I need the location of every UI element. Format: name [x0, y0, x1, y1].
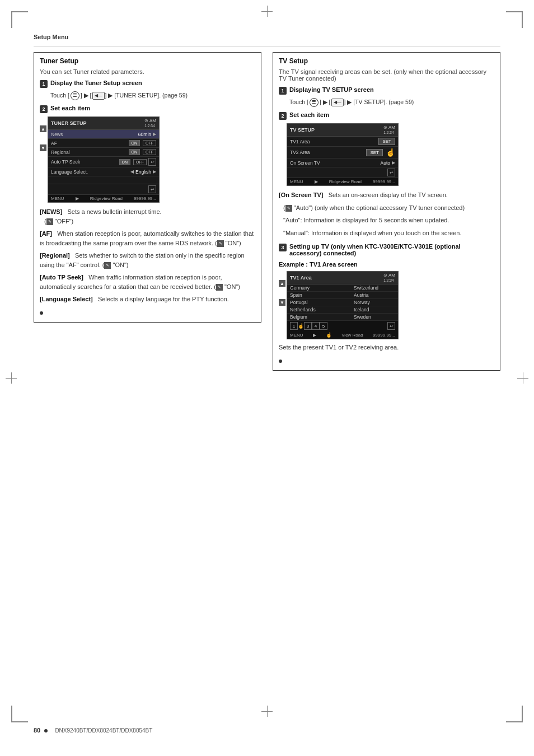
tv1-set-btn[interactable]: SET: [378, 138, 395, 145]
tv1area-col2-row3: Norway: [354, 300, 395, 305]
news-value: 60min ▶: [138, 132, 156, 137]
tv-screen-container: TV SETUP ⊙ AM1:2:34 TV1 Area SET T: [279, 123, 494, 186]
tv-screen-header: TV SETUP ⊙ AM1:2:34: [287, 124, 398, 137]
tv-setup-box: TV Setup The TV signal receiving areas c…: [273, 52, 500, 371]
regional-value: ON OFF: [128, 149, 157, 155]
tv1area-col1-row5: Belgium: [290, 314, 331, 320]
tv-step1-desc: Touch [☰] ▶ [◀—] ▶ [TV SETUP]. (page 59): [289, 98, 494, 107]
tv2area-label: TV2 Area: [290, 150, 310, 155]
tv1area-page-row: 1 ☝ 3 4 5 ↩: [287, 321, 398, 331]
tv-step1-heading: Displaying TV SETUP screen: [289, 86, 374, 93]
screen-row-language: Language Select. ◀ English ▶: [48, 167, 159, 176]
tv-bracket-icon: ◀—: [331, 99, 344, 106]
autotpseek-item-name: [Auto TP Seek]: [40, 274, 83, 281]
tv1area-example-desc: Sets the present TV1 or TV2 receiving ar…: [279, 343, 494, 352]
page-btn-3[interactable]: 3: [304, 322, 312, 330]
scroll-up-btn[interactable]: ▲: [40, 125, 46, 132]
tv-nav-num-label: 99999.99...: [373, 179, 395, 184]
tv-screen-icons: ⊙ AM1:2:34: [383, 125, 395, 135]
tuner-setup-subtitle: You can set Tuner related parameters.: [40, 68, 255, 75]
menu-icon: ☰: [71, 91, 79, 100]
tv-screen-empty: ↩: [287, 167, 398, 178]
nav-menu-label: MENU: [51, 196, 64, 201]
tuner-screen-container: ▲ ▼ TUNER SETUP ⊙ AM1:2:34 News 60min ▶: [40, 116, 255, 203]
af-off-btn[interactable]: OFF: [143, 140, 156, 146]
tv-example-label: Example : TV1 Area screen: [279, 261, 494, 268]
back-btn-1[interactable]: ↩: [148, 158, 156, 166]
tuner-step1-heading: Display the Tuner Setup screen: [50, 80, 142, 86]
tv1area-col2-row5: Sweden: [354, 314, 395, 320]
tv-step2: 2 Set each item: [279, 111, 494, 120]
tv1area-row-2: Spain Austria: [287, 292, 398, 299]
language-item-desc: [Language Select] Selects a display lang…: [40, 295, 255, 304]
screen-row-onscreentv: On Screen TV Auto ▶: [287, 158, 398, 167]
pencil-icon-af: ✎: [217, 240, 224, 247]
tv-back-btn[interactable]: ↩: [387, 169, 395, 176]
tv-step1: 1 Displaying TV SETUP screen: [279, 86, 494, 95]
pencil-icon-regional: ✎: [104, 262, 111, 269]
tuner-screen-header: TUNER SETUP ⊙ AM1:2:34: [48, 117, 159, 130]
nav-arrow-icon: ▶: [76, 196, 79, 201]
scroll-down-btn[interactable]: ▼: [40, 144, 46, 151]
tuner-setup-column: Tuner Setup You can set Tuner related pa…: [34, 52, 261, 377]
tv1area-nav-num: 99999.99...: [373, 333, 395, 338]
tuner-step1: 1 Display the Tuner Setup screen: [40, 80, 255, 88]
tv1area-row-4: Netherlands Iceland: [287, 306, 398, 314]
autotpseek-on-btn[interactable]: ON: [119, 159, 131, 165]
screen-row-tv1area: TV1 Area SET: [287, 137, 398, 147]
tv1area-scroll-down[interactable]: ▼: [279, 299, 285, 306]
lang-left-arrow[interactable]: ◀: [130, 169, 134, 174]
pencil-icon-autotpseek: ✎: [216, 284, 223, 291]
bullet-icon-tuner: [40, 311, 43, 315]
tv1area-scroll-arrows: ▲ ▼: [279, 280, 285, 306]
onscreentv-desc-block: [On Screen TV] Sets an on-screen display…: [279, 190, 494, 237]
regional-item-desc: [Regional] Sets whether to switch to the…: [40, 251, 255, 269]
tv-step3: 3 Setting up TV (only when KTC-V300E/KTC…: [279, 243, 494, 256]
tv-device-screen: TV SETUP ⊙ AM1:2:34 TV1 Area SET T: [287, 123, 399, 186]
tv-step3-number: 3: [279, 244, 287, 251]
onscreentv-note2: "Auto": Information is displayed for 5 s…: [283, 216, 494, 225]
page-btn-2-icon: ☝: [298, 323, 304, 329]
back-btn-2[interactable]: ↩: [148, 185, 156, 193]
page-btn-5[interactable]: 5: [320, 322, 327, 330]
section-label: Setup Menu: [34, 34, 500, 40]
autotpseek-off-btn[interactable]: OFF: [133, 159, 147, 165]
regional-on-btn[interactable]: ON: [129, 149, 140, 155]
screen-row-af: AF ON OFF: [48, 139, 159, 148]
af-label: AF: [51, 141, 57, 146]
page-btn-4[interactable]: 4: [312, 322, 320, 330]
tv1area-screen-container: ▲ ▼ TV1 Area ⊙ AM1:2:34 Germany Switzerl…: [279, 271, 494, 339]
page-footer: 80 DNX9240BT/DDX8024BT/DDX8054BT: [34, 727, 152, 734]
tv2-set-btn[interactable]: SET: [366, 149, 383, 156]
news-item-name: [NEWS]: [40, 208, 62, 215]
lang-right-arrow[interactable]: ▶: [153, 169, 156, 174]
tv1area-device-screen: TV1 Area ⊙ AM1:2:34 Germany Switzerland …: [287, 271, 399, 339]
onscreentv-label: On Screen TV: [290, 160, 320, 166]
screen-empty-1: [48, 176, 159, 184]
tuner-step2: 2 Set each item: [40, 105, 255, 113]
tuner-screen-nav: MENU ▶ Ridgeview Road 99999.99...: [48, 195, 159, 202]
af-on-btn[interactable]: ON: [129, 140, 140, 146]
af-item-name: [AF]: [40, 230, 52, 237]
tv1area-row-3: Portugal Norway: [287, 299, 398, 306]
language-label: Language Select.: [51, 169, 88, 175]
tuner-device-screen: TUNER SETUP ⊙ AM1:2:34 News 60min ▶ AF: [48, 116, 160, 203]
tv1area-col2-row2: Austria: [354, 292, 395, 298]
tv1area-col1-row3: Portugal: [290, 300, 331, 305]
page-btn-1[interactable]: 1: [290, 322, 298, 330]
regional-item-name: [Regional]: [40, 252, 70, 259]
tv1area-back-btn[interactable]: ↩: [387, 322, 395, 330]
screen-row-autotpseek: Auto TP Seek ON OFF ↩: [48, 157, 159, 167]
tuner-bullet: [40, 309, 255, 316]
bullet-icon-tv: [279, 360, 282, 363]
tv-step1-number: 1: [279, 87, 287, 95]
screen-row-tv2area: TV2 Area SET ☝: [287, 147, 398, 158]
tuner-screen-icons: ⊙ AM1:2:34: [144, 118, 156, 128]
regional-off-btn[interactable]: OFF: [143, 149, 156, 155]
tv-step2-number: 2: [279, 112, 287, 120]
tv1area-scroll-up[interactable]: ▲: [279, 280, 285, 287]
tv-screen-title: TV SETUP: [290, 127, 315, 133]
af-value: ON OFF: [128, 140, 157, 146]
af-item-desc: [AF] When station reception is poor, aut…: [40, 229, 255, 248]
news-item-desc: [NEWS] Sets a news bulletin interrupt ti…: [40, 207, 255, 226]
